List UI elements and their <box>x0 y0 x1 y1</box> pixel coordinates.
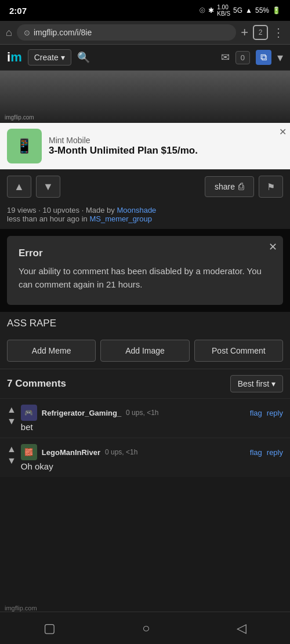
imgflip-logo: im <box>7 50 22 65</box>
author-link[interactable]: Moonshade <box>117 206 156 214</box>
comments-header: 7 Comments Best first ▾ <box>0 369 290 398</box>
typed-text-area: ASS RAPE <box>0 312 290 335</box>
comment-upvote-button[interactable]: ▲ <box>7 444 16 454</box>
puzzle-button[interactable]: ⧉ <box>256 50 271 65</box>
browser-menu-button[interactable]: ⋮ <box>273 26 284 39</box>
downvote-button[interactable]: ▼ <box>36 176 60 198</box>
battery-icon: 🔋 <box>272 6 281 14</box>
error-title: Error <box>19 248 271 259</box>
comment-actions: flag reply <box>250 409 283 417</box>
speed-indicator: 1.00KB/S <box>217 4 230 17</box>
ad-headline: 3-Month Unlimited Plan $15/mo. <box>49 145 283 157</box>
bottom-navigation: ▢ ○ ◁ <box>0 612 290 644</box>
upvote-button[interactable]: ▲ <box>7 176 31 198</box>
reply-link[interactable]: reply <box>267 448 283 457</box>
made-by-label: Made by <box>86 206 115 214</box>
battery-percent: 55% <box>255 6 269 14</box>
action-buttons: Add Meme Add Image Post Comment <box>0 335 290 369</box>
error-message: Your ability to comment has been disable… <box>19 265 271 291</box>
url-bar[interactable]: ⊙ imgflip.com/i/8ie <box>17 24 236 41</box>
comment-item: ▲ ▼ 🎮 Refrigerator_Gaming_ 0 ups, <1h fl… <box>0 398 290 438</box>
image-overlay <box>0 71 290 123</box>
add-image-button[interactable]: Add Image <box>100 340 189 362</box>
comment-item: ▲ ▼ 🧱 LegoManInRiver 0 ups, <1h flag rep… <box>0 438 290 477</box>
share-button[interactable]: share ⎙ <box>205 176 254 197</box>
status-icons: ⦾ ✱ 1.00KB/S 5G ▲ 55% 🔋 <box>200 4 281 17</box>
back-button[interactable]: ◁ <box>237 621 246 636</box>
reply-link[interactable]: reply <box>267 409 283 417</box>
comment-username: Refrigerator_Gaming_ <box>42 409 121 417</box>
status-bar: 2:07 ⦾ ✱ 1.00KB/S 5G ▲ 55% 🔋 <box>0 0 290 21</box>
imgflip-header: im Create ▾ 🔍 ✉ 0 ⧉ ▾ <box>0 45 290 71</box>
create-label: Create ▾ <box>34 53 65 62</box>
sort-button[interactable]: Best first ▾ <box>230 375 283 392</box>
group-link[interactable]: MS_memer_group <box>89 214 152 223</box>
comment-downvote-button[interactable]: ▼ <box>7 416 16 427</box>
vote-row: ▲ ▼ share ⎙ ⚑ <box>0 169 290 203</box>
ad-banner: 📱 Mint Mobile 3-Month Unlimited Plan $15… <box>0 123 290 169</box>
url-text: imgflip.com/i/8ie <box>34 28 92 37</box>
upvotes-count: 10 upvotes <box>42 206 79 214</box>
comment-username: LegoManInRiver <box>42 448 100 457</box>
comment-body: 🧱 LegoManInRiver 0 ups, <1h flag reply O… <box>21 444 283 471</box>
dot-separator-2: · <box>82 206 86 214</box>
views-count: 19 views <box>7 206 37 214</box>
typed-text: ASS RAPE <box>7 318 283 329</box>
avatar: 🎮 <box>21 405 37 421</box>
browser-bar: ⌂ ⊙ imgflip.com/i/8ie + 2 ⋮ <box>0 21 290 45</box>
home-nav-button[interactable]: ○ <box>142 621 150 636</box>
tabs-button[interactable]: 2 <box>253 25 268 40</box>
square-button[interactable]: ▢ <box>44 621 56 636</box>
time-ago: less than an hour ago in <box>7 214 88 223</box>
comment-actions: flag reply <box>250 448 283 457</box>
comment-downvote-button[interactable]: ▼ <box>7 456 16 466</box>
ad-close-button[interactable]: ✕ <box>279 126 287 137</box>
signal-icon: ✱ <box>208 6 214 14</box>
share-label: share <box>215 182 235 191</box>
home-button[interactable]: ⌂ <box>6 27 12 39</box>
modal-close-button[interactable]: ✕ <box>269 241 277 253</box>
create-button[interactable]: Create ▾ <box>28 49 71 66</box>
share-icon: ⎙ <box>238 181 244 192</box>
header-dropdown-button[interactable]: ▾ <box>277 50 283 64</box>
url-security-icon: ⊙ <box>24 28 30 37</box>
comment-meta: 0 ups, <1h <box>126 409 158 417</box>
flag-link[interactable]: flag <box>250 409 262 417</box>
comment-user-row: 🧱 LegoManInRiver 0 ups, <1h flag reply <box>21 444 283 460</box>
comment-meta: 0 ups, <1h <box>105 448 137 456</box>
ad-text: Mint Mobile 3-Month Unlimited Plan $15/m… <box>49 136 283 157</box>
search-button[interactable]: 🔍 <box>77 51 90 64</box>
flag-button[interactable]: ⚑ <box>259 176 283 198</box>
flag-link[interactable]: flag <box>250 448 262 457</box>
meta-info: 19 views · 10 upvotes · Made by Moonshad… <box>0 203 290 229</box>
ad-image: 📱 <box>7 129 42 163</box>
signal-bars: ▲ <box>245 6 252 14</box>
meme-image-area: imgflip.com <box>0 71 290 123</box>
comment-vote-col: ▲ ▼ <box>7 405 16 427</box>
comment-user-row: 🎮 Refrigerator_Gaming_ 0 ups, <1h flag r… <box>21 405 283 421</box>
nfc-icon: ⦾ <box>200 6 205 14</box>
error-modal: ✕ Error Your ability to comment has been… <box>7 236 283 305</box>
tab-count: 2 <box>259 28 263 37</box>
comment-text: Oh okay <box>21 461 283 471</box>
comment-upvote-button[interactable]: ▲ <box>7 405 16 415</box>
network-type: 5G <box>233 6 242 14</box>
add-meme-button[interactable]: Add Meme <box>7 340 96 362</box>
comment-text: bet <box>21 422 283 432</box>
comment-vote-col: ▲ ▼ <box>7 444 16 466</box>
bottom-watermark: imgflip.com <box>5 605 37 612</box>
comment-body: 🎮 Refrigerator_Gaming_ 0 ups, <1h flag r… <box>21 405 283 432</box>
modal-overlay: ✕ Error Your ability to comment has been… <box>0 229 290 312</box>
comments-count: 7 Comments <box>7 378 66 390</box>
status-time: 2:07 <box>9 6 27 16</box>
post-comment-button[interactable]: Post Comment <box>194 340 283 362</box>
new-tab-button[interactable]: + <box>241 25 248 40</box>
logo-m: m <box>10 50 22 64</box>
avatar: 🧱 <box>21 444 37 460</box>
mail-icon: ✉ <box>221 51 230 64</box>
image-watermark: imgflip.com <box>5 114 34 121</box>
ad-brand: Mint Mobile <box>49 136 283 145</box>
notification-count[interactable]: 0 <box>235 51 250 64</box>
